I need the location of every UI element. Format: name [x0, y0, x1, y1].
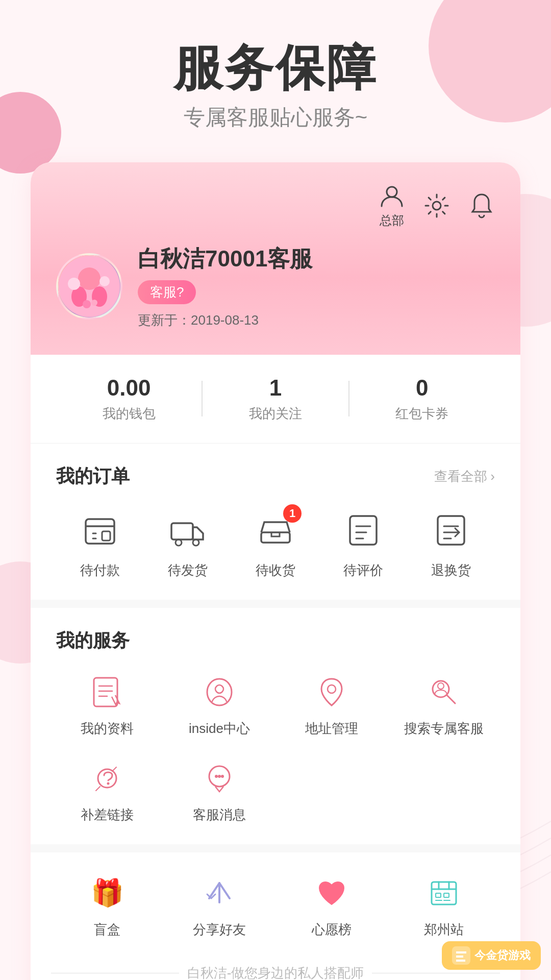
orders-section: 我的订单 查看全部 › 待付款: [31, 444, 520, 608]
svg-rect-12: [171, 523, 193, 540]
pending-ship-label: 待发货: [168, 561, 208, 579]
service-diff-link[interactable]: 补差链接: [56, 758, 158, 824]
svg-rect-30: [444, 893, 449, 897]
service-my-profile[interactable]: 我的资料: [56, 672, 158, 738]
user-update-time: 更新于：2019-08-13: [138, 311, 495, 329]
address-label: 地址管理: [305, 720, 358, 738]
svg-rect-15: [261, 532, 290, 543]
footer-line-left: [51, 973, 179, 973]
share-icon: [199, 873, 240, 914]
view-all-link[interactable]: 查看全部 ›: [434, 468, 495, 485]
svg-point-7: [99, 276, 110, 286]
bottom-share[interactable]: 分享好友: [168, 873, 270, 939]
bottom-section: 🎁 盲盒 分享好友 心愿榜: [31, 852, 520, 954]
zhengzhou-icon: [423, 873, 464, 914]
svg-rect-16: [350, 516, 377, 545]
order-item-pending-receive[interactable]: 1 待收货: [253, 507, 298, 579]
bell-icon-item[interactable]: [468, 192, 495, 219]
order-item-pending-review[interactable]: 待评价: [340, 507, 386, 579]
bell-icon: [468, 192, 495, 219]
avatar: [56, 253, 122, 320]
user-tag: 客服?: [138, 280, 196, 304]
user-details: 白秋洁70001客服 客服? 更新于：2019-08-13: [138, 244, 495, 329]
inside-label: inside中心: [189, 720, 250, 738]
orders-header: 我的订单 查看全部 ›: [56, 464, 495, 489]
svg-rect-11: [102, 531, 110, 541]
stat-wallet[interactable]: 0.00 我的钱包: [56, 375, 202, 423]
stat-follow[interactable]: 1 我的关注: [203, 375, 348, 423]
search-cs-label: 搜索专属客服: [404, 720, 484, 738]
footer-line-right: [372, 973, 500, 973]
chevron-right-icon: ›: [490, 469, 495, 484]
cs-message-icon: [199, 758, 240, 799]
inside-icon: [199, 672, 240, 713]
stat-wallet-value: 0.00: [56, 375, 202, 401]
svg-rect-17: [438, 516, 464, 545]
bottom-blind-box[interactable]: 🎁 盲盒: [56, 873, 158, 939]
svg-point-19: [328, 685, 336, 693]
svg-point-3: [78, 267, 101, 290]
service-cs-message[interactable]: 客服消息: [168, 758, 270, 824]
service-search-cs[interactable]: 搜索专属客服: [393, 672, 495, 738]
blind-box-icon: 🎁: [87, 873, 128, 914]
share-label: 分享好友: [193, 921, 246, 939]
stat-coupon-label: 红包卡券: [349, 405, 495, 423]
return-icon: [428, 507, 474, 553]
pending-receive-icon: 1: [253, 507, 298, 553]
pending-ship-icon: [165, 507, 211, 553]
services-section: 我的服务 我的资料: [31, 608, 520, 852]
watermark-text: 今金贷游戏: [474, 948, 531, 963]
order-grid: 待付款 待发货: [56, 507, 495, 579]
settings-icon-item[interactable]: [423, 192, 450, 219]
svg-point-13: [176, 540, 182, 546]
avatar-svg: [59, 256, 120, 317]
stat-follow-value: 1: [203, 375, 348, 401]
header-section: 服务保障 专属客服贴心服务~: [0, 0, 551, 162]
headquarters-label: 总部: [380, 212, 404, 229]
svg-point-23: [107, 782, 110, 785]
svg-point-0: [387, 187, 397, 197]
order-item-pending-pay[interactable]: 待付款: [77, 507, 123, 579]
order-item-pending-ship[interactable]: 待发货: [165, 507, 211, 579]
return-label: 退换货: [431, 561, 471, 579]
services-title: 我的服务: [56, 628, 130, 653]
main-card: 总部: [31, 162, 520, 980]
avatar-image: [58, 255, 120, 317]
stat-coupon-value: 0: [349, 375, 495, 401]
svg-point-1: [433, 202, 441, 210]
svg-rect-29: [436, 893, 441, 897]
svg-point-8: [83, 300, 91, 308]
pending-pay-label: 待付款: [80, 561, 120, 579]
svg-point-25: [215, 775, 218, 778]
svg-point-27: [221, 775, 224, 778]
card-top: 总部: [31, 162, 520, 355]
service-inside[interactable]: inside中心: [168, 672, 270, 738]
stat-wallet-label: 我的钱包: [56, 405, 202, 423]
svg-point-26: [218, 775, 221, 778]
services-header: 我的服务: [56, 628, 495, 653]
view-all-text: 查看全部: [434, 468, 487, 485]
search-cs-icon: [423, 672, 464, 713]
stat-coupon[interactable]: 0 红包卡券: [349, 375, 495, 423]
pending-pay-icon: [77, 507, 123, 553]
diff-link-icon: [87, 758, 128, 799]
cs-message-label: 客服消息: [193, 806, 246, 824]
stat-follow-label: 我的关注: [203, 405, 348, 423]
headquarters-icon-item[interactable]: 总部: [379, 183, 405, 229]
my-profile-label: 我的资料: [81, 720, 134, 738]
watermark: 今金贷游戏: [442, 941, 541, 970]
service-address[interactable]: 地址管理: [281, 672, 383, 738]
svg-point-6: [68, 278, 80, 290]
order-item-return[interactable]: 退换货: [428, 507, 474, 579]
pending-receive-label: 待收货: [256, 561, 295, 579]
user-info: 白秋洁70001客服 客服? 更新于：2019-08-13: [56, 244, 495, 329]
pending-receive-badge: 1: [283, 504, 302, 523]
wishlist-icon: [311, 873, 352, 914]
bottom-zhengzhou[interactable]: 郑州站: [393, 873, 495, 939]
orders-title: 我的订单: [56, 464, 130, 489]
svg-point-9: [91, 300, 97, 306]
bottom-wishlist[interactable]: 心愿榜: [281, 873, 383, 939]
main-title: 服务保障: [31, 41, 520, 95]
sub-title: 专属客服贴心服务~: [31, 103, 520, 132]
pending-review-icon: [340, 507, 386, 553]
